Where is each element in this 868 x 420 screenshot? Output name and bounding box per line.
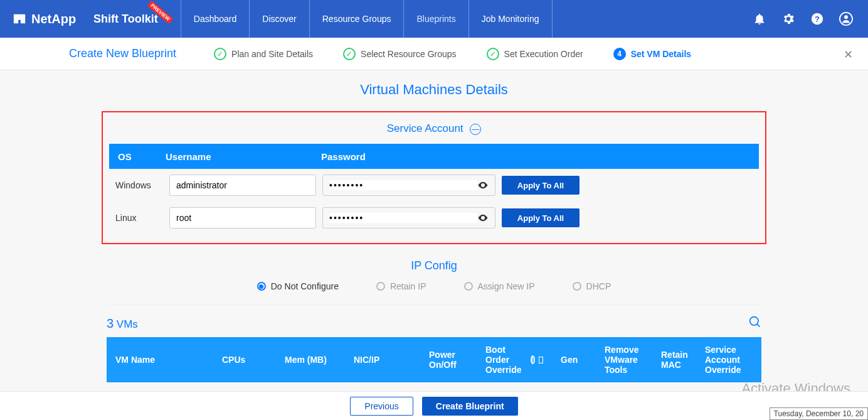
check-icon: ✓ [214,48,226,60]
col-boot-label: Boot Order Override [485,345,528,375]
col-mem: Mem (MB) [276,355,345,365]
col-os: OS [109,151,166,162]
col-retain-mac: Retain MAC [652,350,696,370]
netapp-logo-icon [13,12,26,26]
svc-row-linux: Linux Apply To All [109,202,759,234]
linux-password-input[interactable] [329,213,477,223]
radio-icon [573,282,581,291]
top-right-icons: ? [753,12,853,26]
service-account-box: Service Account — OS Username Password W… [102,111,766,244]
apply-all-windows-button[interactable]: Apply To All [502,176,580,195]
windows-password-input[interactable] [329,180,477,190]
svc-title-text: Service Account [387,122,463,134]
search-icon[interactable] [749,316,761,331]
step-vm-details[interactable]: 4Set VM Details [613,48,691,60]
service-account-title: Service Account — [109,122,759,135]
col-vm-name: VM Name [107,355,213,365]
help-icon[interactable]: ? [810,12,824,26]
linux-username-input[interactable] [169,207,316,229]
svg-text:?: ? [815,14,820,24]
gear-icon[interactable] [781,12,795,26]
page-body: Virtual Machines Details Service Account… [0,70,868,382]
collapse-icon[interactable]: — [470,124,481,135]
vm-count: 3 VMs [107,316,138,331]
svc-row-windows: Windows Apply To All [109,169,759,202]
brand-text: NetApp [31,12,76,26]
user-icon[interactable] [839,12,853,26]
radio-icon [257,282,266,291]
col-boot-override: Boot Order Override i [477,345,552,375]
step-number-icon: 4 [613,48,626,60]
service-account-card: Service Account — OS Username Password W… [102,111,766,244]
step-label: Set VM Details [631,49,691,59]
previous-button[interactable]: Previous [350,397,413,416]
radio-label: Retain IP [390,281,426,291]
divider [107,304,761,304]
col-nic: NIC/IP [345,355,420,365]
col-remove-tools: Remove VMware Tools [596,345,652,375]
apply-all-linux-button[interactable]: Apply To All [502,208,580,227]
step-label: Plan and Site Details [231,49,313,59]
col-power: Power On/Off [420,350,477,370]
radio-icon [376,282,385,291]
divider [107,107,761,107]
radio-label: DHCP [586,281,611,291]
vm-count-num: 3 [107,316,114,330]
nav-discover[interactable]: Discover [249,0,309,38]
info-icon[interactable]: i [531,355,535,364]
nav-blueprints[interactable]: Blueprints [403,0,468,38]
radio-label: Assign New IP [478,281,535,291]
section-title: Virtual Machines Details [0,82,868,98]
product-name: Shift Toolkit PREVIEW [93,13,158,26]
nav-job-monitoring[interactable]: Job Monitoring [468,0,553,38]
step-label: Select Resource Groups [361,49,457,59]
col-cpus: CPUs [213,355,276,365]
svg-point-3 [844,15,848,19]
ip-opt-dhcp[interactable]: DHCP [573,281,611,291]
vm-count-label: VMs [117,318,138,330]
eye-icon[interactable] [477,212,489,223]
boot-override-checkbox[interactable] [539,357,543,363]
ip-opt-assign[interactable]: Assign New IP [464,281,535,291]
col-username: Username [166,151,321,162]
svc-table-header: OS Username Password [109,144,759,169]
eye-icon[interactable] [477,180,489,191]
linux-password-wrap [322,207,495,229]
top-nav: Dashboard Discover Resource Groups Bluep… [181,0,553,38]
col-sa-override: Service Account Override [696,345,753,375]
windows-username-input[interactable] [169,175,316,196]
ip-config-options: Do Not Configure Retain IP Assign New IP… [0,281,868,304]
radio-icon [464,282,473,291]
taskbar-date-tooltip: Tuesday, December 10, 20 [770,407,868,420]
nav-resource-groups[interactable]: Resource Groups [309,0,404,38]
brand: NetApp [13,12,76,26]
radio-label: Do Not Configure [271,281,339,291]
create-blueprint-button[interactable]: Create Blueprint [422,397,518,416]
windows-password-wrap [322,175,495,196]
ip-opt-no-configure[interactable]: Do Not Configure [257,281,339,291]
nav-dashboard[interactable]: Dashboard [181,0,250,38]
wizard-title: Create New Blueprint [69,47,176,60]
os-label: Windows [109,180,163,190]
vm-table-header: VM Name CPUs Mem (MB) NIC/IP Power On/Of… [107,337,761,382]
col-gen: Gen [552,355,596,365]
step-plan[interactable]: ✓Plan and Site Details [214,48,313,60]
ip-opt-retain[interactable]: Retain IP [376,281,426,291]
check-icon: ✓ [343,48,356,60]
step-bar: Create New Blueprint ✓Plan and Site Deta… [0,38,868,70]
vm-count-bar: 3 VMs [107,316,761,331]
close-button[interactable]: ✕ [844,48,853,62]
wizard-steps: ✓Plan and Site Details ✓Select Resource … [214,48,691,60]
top-bar: NetApp Shift Toolkit PREVIEW Dashboard D… [0,0,868,38]
bell-icon[interactable] [753,12,766,26]
wizard-footer: Previous Create Blueprint [0,391,868,420]
step-label: Set Execution Order [504,49,583,59]
os-label: Linux [109,213,163,223]
step-resource-groups[interactable]: ✓Select Resource Groups [343,48,457,60]
col-password: Password [321,151,500,162]
check-icon: ✓ [487,48,499,60]
product-text: Shift Toolkit [93,13,158,25]
ip-config-title: IP Config [0,259,868,272]
step-execution-order[interactable]: ✓Set Execution Order [487,48,583,60]
